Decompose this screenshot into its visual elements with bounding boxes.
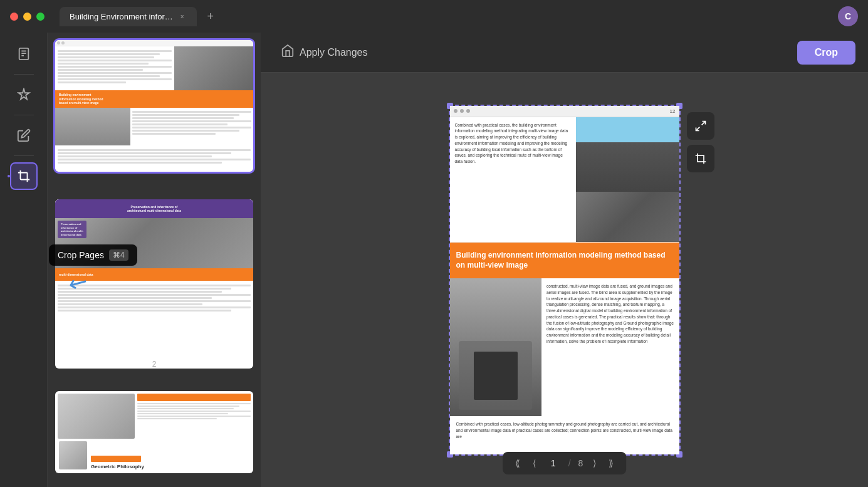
- toolbar: Apply Changes Crop: [261, 33, 868, 73]
- page-thumbnail-3[interactable]: Geometric Philosophy: [55, 391, 253, 473]
- doc-view: 12 Combined with practical cases, the bu…: [261, 73, 868, 487]
- thumb-page-1-content: Building environmentinformation modeling…: [55, 40, 253, 172]
- active-tab[interactable]: Building Environment infor… ×: [60, 7, 197, 26]
- sidebar-separator-1: [14, 74, 34, 75]
- crop-button[interactable]: Crop: [797, 41, 855, 65]
- tab-container: Building Environment infor… × +: [60, 7, 219, 26]
- nav-page-input[interactable]: [546, 458, 561, 468]
- tab-close-button[interactable]: ×: [178, 12, 187, 21]
- minimize-traffic-light[interactable]: [23, 13, 31, 21]
- crop-overlay[interactable]: 12 Combined with practical cases, the bu…: [449, 105, 681, 456]
- page-number-label-2: 2: [55, 360, 253, 369]
- sidebar-item-documents[interactable]: [10, 40, 38, 68]
- document-page: 12 Combined with practical cases, the bu…: [450, 106, 679, 454]
- main-content: Apply Changes Crop 12: [261, 33, 868, 487]
- nav-last-button[interactable]: ⟫: [606, 457, 616, 469]
- page-dot-2: [460, 109, 464, 113]
- doc-orange-band: Building environment information modelin…: [450, 243, 679, 279]
- tooltip-shortcut: ⌘4: [109, 249, 128, 261]
- doc-top-section: Combined with practical cases, the build…: [450, 117, 679, 243]
- nav-separator: /: [568, 458, 571, 468]
- doc-text-left: Combined with practical cases, the build…: [450, 117, 576, 242]
- page-top-bar: 12: [450, 106, 679, 117]
- page-thumbnail-wrapper-3: Geometric Philosophy: [55, 391, 253, 473]
- svg-line-6: [696, 127, 699, 130]
- nav-total: 8: [578, 458, 583, 468]
- sidebar-item-crop[interactable]: [10, 162, 38, 190]
- sidebar-separator-2: [14, 115, 34, 115]
- tooltip-label: Crop Pages: [58, 250, 104, 260]
- nav-next-button[interactable]: ⟩: [590, 457, 599, 469]
- apply-changes-label: Apply Changes: [300, 47, 368, 58]
- page-bar-number: 12: [670, 108, 676, 114]
- geometric-philosophy-label: Geometric Philosophy: [91, 464, 144, 469]
- doc-building-image: [576, 117, 679, 242]
- traffic-lights: [10, 13, 44, 21]
- new-tab-button[interactable]: +: [202, 8, 219, 25]
- right-tools-panel: [687, 112, 714, 172]
- doc-text-right: constructed, multi-view image data are f…: [541, 278, 679, 416]
- page-thumbnail-wrapper-1: Building environmentinformation modeling…: [55, 40, 253, 172]
- expand-button[interactable]: [687, 112, 714, 140]
- sidebar-icons: [0, 33, 48, 487]
- nav-first-button[interactable]: ⟪: [513, 457, 523, 469]
- doc-bottom-text: Combined with practical cases, low-altit…: [450, 416, 679, 454]
- doc-orange-heading: Building environment information modelin…: [456, 250, 673, 271]
- maximize-traffic-light[interactable]: [36, 13, 44, 21]
- close-traffic-light[interactable]: [10, 13, 18, 21]
- apply-changes-button[interactable]: Apply Changes: [273, 39, 375, 66]
- title-bar: Building Environment infor… × + C: [0, 0, 868, 33]
- doc-person-image: [450, 278, 541, 416]
- svg-rect-7: [698, 155, 704, 162]
- svg-rect-4: [20, 173, 27, 180]
- tooltip-crop-pages: Crop Pages ⌘4: [49, 244, 137, 266]
- tab-title: Building Environment infor…: [70, 12, 173, 21]
- avatar: C: [838, 6, 858, 26]
- page-thumbnail-1[interactable]: Building environmentinformation modeling…: [55, 40, 253, 172]
- doc-bottom-section: constructed, multi-view image data are f…: [450, 278, 679, 416]
- sidebar-item-annotate[interactable]: [10, 122, 38, 149]
- page-dot-1: [454, 109, 458, 113]
- crop-tool-button[interactable]: [687, 145, 714, 172]
- sidebar-separator-3: [14, 155, 34, 156]
- nav-prev-button[interactable]: ⟨: [530, 457, 538, 469]
- page-dot-3: [466, 109, 470, 113]
- apply-icon: [281, 44, 295, 61]
- sidebar-item-highlight[interactable]: [10, 81, 38, 108]
- svg-line-5: [701, 121, 705, 125]
- doc-bottom-nav: ⟪ ⟨ / 8 ⟩ ⟫: [503, 452, 627, 474]
